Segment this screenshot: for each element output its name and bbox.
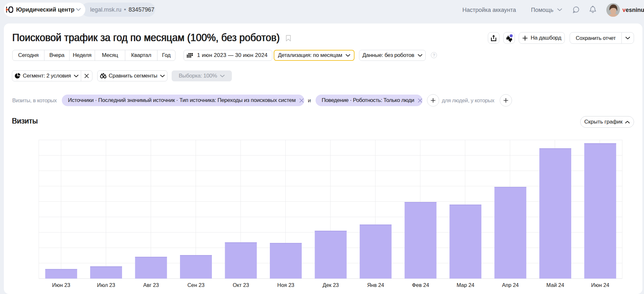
- svg-text:Фев 24: Фев 24: [412, 282, 429, 288]
- svg-text:Июл 23: Июл 23: [97, 282, 115, 288]
- svg-text:Сен 23: Сен 23: [187, 282, 204, 288]
- svg-text:Май 24: Май 24: [546, 282, 564, 288]
- svg-text:Июн 23: Июн 23: [52, 282, 70, 288]
- svg-text:Авг 23: Авг 23: [143, 282, 159, 288]
- svg-text:Июн 24: Июн 24: [591, 282, 609, 288]
- svg-text:Ноя 23: Ноя 23: [277, 282, 294, 288]
- svg-text:Апр 24: Апр 24: [502, 282, 519, 288]
- svg-text:Дек 23: Дек 23: [323, 282, 339, 288]
- svg-text:Окт 23: Окт 23: [233, 282, 249, 288]
- svg-text:Мар 24: Мар 24: [457, 282, 474, 288]
- svg-text:Янв 24: Янв 24: [367, 282, 384, 288]
